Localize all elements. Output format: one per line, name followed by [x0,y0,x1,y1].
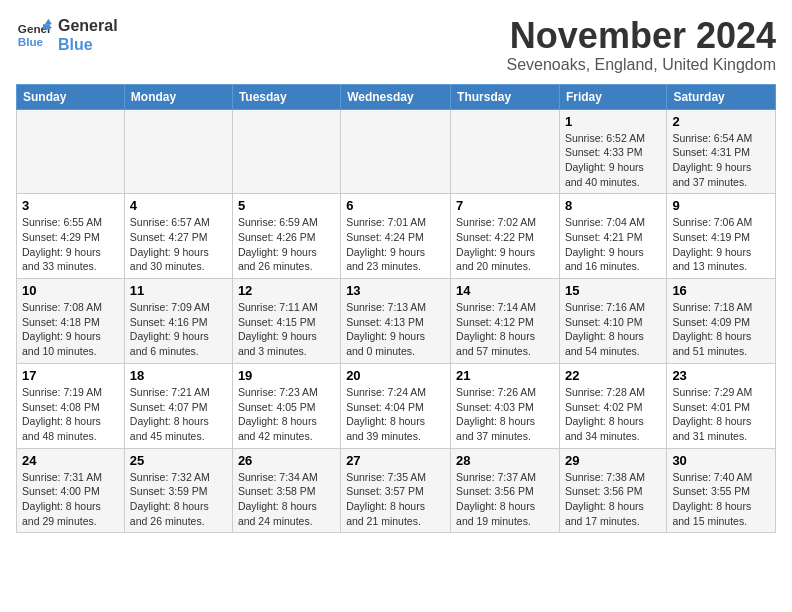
col-header-saturday: Saturday [667,84,776,109]
header: General Blue General Blue November 2024 … [16,16,776,74]
day-number: 19 [238,368,335,383]
day-number: 26 [238,453,335,468]
location-title: Sevenoaks, England, United Kingdom [506,56,776,74]
calendar-cell: 14Sunrise: 7:14 AM Sunset: 4:12 PM Dayli… [451,279,560,364]
day-number: 29 [565,453,661,468]
day-number: 13 [346,283,445,298]
day-info: Sunrise: 6:52 AM Sunset: 4:33 PM Dayligh… [565,131,661,190]
day-number: 2 [672,114,770,129]
day-number: 9 [672,198,770,213]
calendar-cell [451,109,560,194]
day-info: Sunrise: 7:06 AM Sunset: 4:19 PM Dayligh… [672,215,770,274]
calendar-cell: 6Sunrise: 7:01 AM Sunset: 4:24 PM Daylig… [341,194,451,279]
day-info: Sunrise: 7:32 AM Sunset: 3:59 PM Dayligh… [130,470,227,529]
day-info: Sunrise: 7:18 AM Sunset: 4:09 PM Dayligh… [672,300,770,359]
day-number: 16 [672,283,770,298]
svg-text:Blue: Blue [18,35,44,48]
col-header-monday: Monday [124,84,232,109]
calendar-cell: 17Sunrise: 7:19 AM Sunset: 4:08 PM Dayli… [17,363,125,448]
calendar-cell: 11Sunrise: 7:09 AM Sunset: 4:16 PM Dayli… [124,279,232,364]
calendar-cell: 16Sunrise: 7:18 AM Sunset: 4:09 PM Dayli… [667,279,776,364]
day-number: 5 [238,198,335,213]
day-info: Sunrise: 7:29 AM Sunset: 4:01 PM Dayligh… [672,385,770,444]
day-number: 18 [130,368,227,383]
calendar-cell: 7Sunrise: 7:02 AM Sunset: 4:22 PM Daylig… [451,194,560,279]
day-info: Sunrise: 6:59 AM Sunset: 4:26 PM Dayligh… [238,215,335,274]
day-number: 22 [565,368,661,383]
calendar-cell: 12Sunrise: 7:11 AM Sunset: 4:15 PM Dayli… [232,279,340,364]
calendar-cell: 4Sunrise: 6:57 AM Sunset: 4:27 PM Daylig… [124,194,232,279]
calendar-cell: 10Sunrise: 7:08 AM Sunset: 4:18 PM Dayli… [17,279,125,364]
calendar-week-3: 10Sunrise: 7:08 AM Sunset: 4:18 PM Dayli… [17,279,776,364]
calendar-cell: 18Sunrise: 7:21 AM Sunset: 4:07 PM Dayli… [124,363,232,448]
day-number: 21 [456,368,554,383]
logo: General Blue General Blue [16,16,118,54]
calendar-cell: 2Sunrise: 6:54 AM Sunset: 4:31 PM Daylig… [667,109,776,194]
day-info: Sunrise: 7:13 AM Sunset: 4:13 PM Dayligh… [346,300,445,359]
day-info: Sunrise: 6:57 AM Sunset: 4:27 PM Dayligh… [130,215,227,274]
calendar-cell [17,109,125,194]
day-number: 27 [346,453,445,468]
calendar-week-2: 3Sunrise: 6:55 AM Sunset: 4:29 PM Daylig… [17,194,776,279]
day-info: Sunrise: 7:37 AM Sunset: 3:56 PM Dayligh… [456,470,554,529]
day-info: Sunrise: 7:23 AM Sunset: 4:05 PM Dayligh… [238,385,335,444]
day-info: Sunrise: 7:16 AM Sunset: 4:10 PM Dayligh… [565,300,661,359]
calendar-cell: 29Sunrise: 7:38 AM Sunset: 3:56 PM Dayli… [559,448,666,533]
day-number: 8 [565,198,661,213]
day-number: 30 [672,453,770,468]
day-info: Sunrise: 7:09 AM Sunset: 4:16 PM Dayligh… [130,300,227,359]
calendar-cell: 23Sunrise: 7:29 AM Sunset: 4:01 PM Dayli… [667,363,776,448]
day-info: Sunrise: 7:19 AM Sunset: 4:08 PM Dayligh… [22,385,119,444]
day-info: Sunrise: 7:34 AM Sunset: 3:58 PM Dayligh… [238,470,335,529]
col-header-wednesday: Wednesday [341,84,451,109]
day-number: 20 [346,368,445,383]
calendar-cell [232,109,340,194]
calendar-cell: 13Sunrise: 7:13 AM Sunset: 4:13 PM Dayli… [341,279,451,364]
day-info: Sunrise: 7:08 AM Sunset: 4:18 PM Dayligh… [22,300,119,359]
day-number: 17 [22,368,119,383]
day-number: 12 [238,283,335,298]
day-info: Sunrise: 7:21 AM Sunset: 4:07 PM Dayligh… [130,385,227,444]
day-info: Sunrise: 6:54 AM Sunset: 4:31 PM Dayligh… [672,131,770,190]
day-number: 6 [346,198,445,213]
calendar-cell: 1Sunrise: 6:52 AM Sunset: 4:33 PM Daylig… [559,109,666,194]
calendar-week-4: 17Sunrise: 7:19 AM Sunset: 4:08 PM Dayli… [17,363,776,448]
day-info: Sunrise: 7:28 AM Sunset: 4:02 PM Dayligh… [565,385,661,444]
calendar-cell: 30Sunrise: 7:40 AM Sunset: 3:55 PM Dayli… [667,448,776,533]
day-info: Sunrise: 7:02 AM Sunset: 4:22 PM Dayligh… [456,215,554,274]
day-number: 25 [130,453,227,468]
day-number: 15 [565,283,661,298]
day-number: 10 [22,283,119,298]
day-number: 28 [456,453,554,468]
calendar-cell [124,109,232,194]
day-number: 23 [672,368,770,383]
day-info: Sunrise: 7:14 AM Sunset: 4:12 PM Dayligh… [456,300,554,359]
calendar-cell: 26Sunrise: 7:34 AM Sunset: 3:58 PM Dayli… [232,448,340,533]
logo-text-line2: Blue [58,35,118,54]
day-info: Sunrise: 7:04 AM Sunset: 4:21 PM Dayligh… [565,215,661,274]
calendar-week-5: 24Sunrise: 7:31 AM Sunset: 4:00 PM Dayli… [17,448,776,533]
calendar-cell: 3Sunrise: 6:55 AM Sunset: 4:29 PM Daylig… [17,194,125,279]
calendar-cell: 5Sunrise: 6:59 AM Sunset: 4:26 PM Daylig… [232,194,340,279]
logo-text-line1: General [58,16,118,35]
logo-icon: General Blue [16,17,52,53]
svg-marker-3 [43,24,50,29]
month-title: November 2024 [506,16,776,56]
col-header-friday: Friday [559,84,666,109]
day-number: 7 [456,198,554,213]
day-info: Sunrise: 7:40 AM Sunset: 3:55 PM Dayligh… [672,470,770,529]
calendar-header-row: SundayMondayTuesdayWednesdayThursdayFrid… [17,84,776,109]
title-area: November 2024 Sevenoaks, England, United… [506,16,776,74]
col-header-thursday: Thursday [451,84,560,109]
day-number: 3 [22,198,119,213]
calendar-cell: 9Sunrise: 7:06 AM Sunset: 4:19 PM Daylig… [667,194,776,279]
calendar-cell: 28Sunrise: 7:37 AM Sunset: 3:56 PM Dayli… [451,448,560,533]
day-info: Sunrise: 7:31 AM Sunset: 4:00 PM Dayligh… [22,470,119,529]
calendar-cell: 24Sunrise: 7:31 AM Sunset: 4:00 PM Dayli… [17,448,125,533]
calendar-cell [341,109,451,194]
col-header-sunday: Sunday [17,84,125,109]
day-number: 24 [22,453,119,468]
day-info: Sunrise: 7:38 AM Sunset: 3:56 PM Dayligh… [565,470,661,529]
day-number: 4 [130,198,227,213]
calendar-cell: 19Sunrise: 7:23 AM Sunset: 4:05 PM Dayli… [232,363,340,448]
